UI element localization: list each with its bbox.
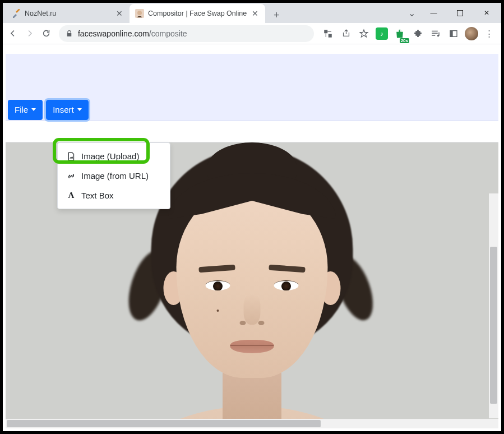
- dropdown-text-box[interactable]: A Text Box: [58, 186, 170, 205]
- forward-button[interactable]: [22, 25, 36, 42]
- close-icon[interactable]: ✕: [251, 9, 260, 18]
- caret-down-icon: [31, 108, 36, 111]
- insert-button[interactable]: Insert: [46, 100, 89, 120]
- extensions-icon[interactable]: [409, 25, 426, 42]
- tab-title: Compositor | Face Swap Online: [148, 10, 247, 17]
- page-viewport: File Insert: [6, 54, 498, 428]
- maximize-button[interactable]: [447, 4, 473, 21]
- address-bar: faceswaponline.com/composite ♪ 20s: [3, 23, 501, 44]
- dropdown-image-upload[interactable]: Image (Upload): [58, 146, 170, 166]
- svg-rect-5: [450, 30, 453, 36]
- minimize-button[interactable]: —: [421, 4, 446, 21]
- vertical-scrollbar[interactable]: [489, 193, 498, 418]
- tab-compositor[interactable]: Compositor | Face Swap Online ✕: [130, 4, 265, 23]
- dropdown-item-label: Image (from URL): [81, 171, 149, 181]
- dropdown-item-label: Text Box: [81, 191, 114, 200]
- tab-noznet[interactable]: NozNet.ru ✕: [6, 4, 130, 23]
- close-window-button[interactable]: ✕: [474, 4, 499, 21]
- tabs-dropdown-icon[interactable]: ⌄: [403, 4, 420, 21]
- sidepanel-icon[interactable]: [445, 25, 462, 42]
- scroll-thumb[interactable]: [490, 247, 497, 404]
- caret-down-icon: [77, 108, 82, 111]
- file-label: File: [15, 105, 28, 114]
- address-actions: ♪ 20s ⋮: [320, 25, 498, 42]
- horizontal-scrollbar[interactable]: [6, 419, 489, 428]
- app-toolbar: File Insert: [6, 99, 498, 121]
- svg-rect-2: [457, 10, 463, 16]
- reload-button[interactable]: [39, 25, 53, 42]
- insert-label: Insert: [53, 105, 74, 114]
- close-icon[interactable]: ✕: [115, 9, 124, 18]
- dropdown-item-label: Image (Upload): [81, 151, 139, 161]
- tab-title: NozNet.ru: [25, 10, 111, 17]
- extension-badge: 20s: [400, 38, 409, 43]
- back-button[interactable]: [6, 25, 20, 42]
- share-icon[interactable]: [337, 25, 354, 42]
- dropdown-image-url[interactable]: Image (from URL): [58, 166, 170, 186]
- insert-dropdown: Image (Upload) Image (from URL) A Text B…: [57, 142, 170, 209]
- image-file-icon: [67, 152, 76, 161]
- tab-strip: NozNet.ru ✕ Compositor | Face Swap Onlin…: [3, 3, 501, 23]
- svg-point-1: [137, 11, 142, 15]
- file-button[interactable]: File: [8, 100, 43, 120]
- face-icon: [135, 9, 144, 18]
- scroll-corner: [489, 419, 498, 428]
- kebab-menu-icon[interactable]: ⋮: [481, 25, 498, 42]
- sub-toolbar: [6, 121, 498, 142]
- extension-shopping[interactable]: 20s: [391, 25, 408, 42]
- translate-icon[interactable]: [320, 25, 336, 42]
- lock-icon: [66, 30, 73, 38]
- star-icon[interactable]: [355, 25, 372, 42]
- extension-music[interactable]: ♪: [373, 25, 390, 42]
- window-controls: ⌄ — ✕: [403, 3, 501, 23]
- playlist-icon[interactable]: [427, 25, 444, 42]
- url-text: faceswaponline.com/composite: [78, 29, 187, 38]
- browser-window: NozNet.ru ✕ Compositor | Face Swap Onlin…: [0, 0, 504, 434]
- scroll-thumb[interactable]: [7, 420, 321, 427]
- font-icon: A: [67, 191, 76, 200]
- page-header-spacer: [6, 54, 498, 99]
- link-icon: [67, 172, 76, 181]
- profile-avatar[interactable]: [463, 25, 480, 42]
- url-input[interactable]: faceswaponline.com/composite: [59, 25, 314, 42]
- wrench-icon: [12, 9, 21, 18]
- new-tab-button[interactable]: +: [269, 7, 284, 23]
